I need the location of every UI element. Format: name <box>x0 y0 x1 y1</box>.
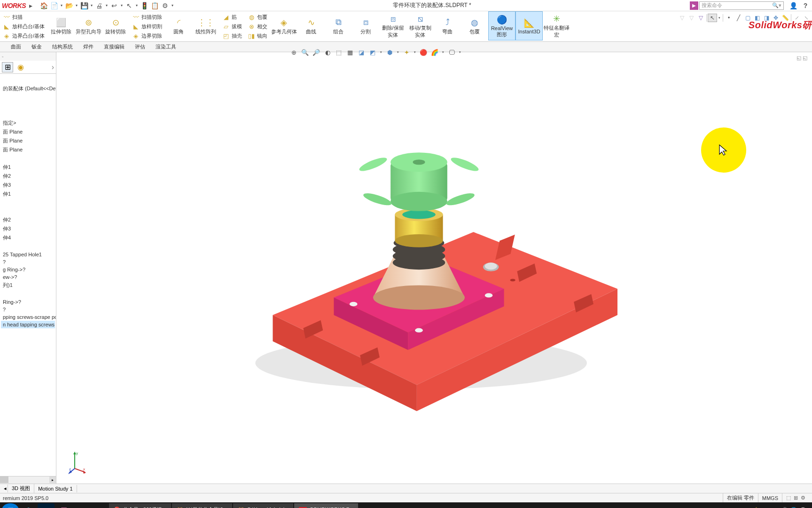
tree-hole[interactable]: 25 Tapped Hole1 <box>1 251 55 258</box>
taskbar-item[interactable]: 📁H:\微信公众号\0... <box>172 503 232 508</box>
tree-ring[interactable]: g Ring->? <box>1 266 55 273</box>
save-icon[interactable]: 💾 <box>79 1 89 10</box>
taskbar-item[interactable]: 🔴公众号 - 360极速... <box>109 503 171 508</box>
filter-icon[interactable]: ▽ <box>677 14 687 22</box>
enclose-button[interactable]: ◍包覆 <box>461 11 488 40</box>
open-icon[interactable]: 📂 <box>64 1 74 10</box>
screen-icon[interactable]: 🖵 <box>447 48 456 57</box>
tree-plane[interactable]: 面 Plane <box>1 136 55 145</box>
revolve-cut-button[interactable]: ⊙旋转切除 <box>102 11 129 40</box>
options-icon[interactable]: 📋 <box>150 1 159 10</box>
tree-screw[interactable]: n head tapping screws wi <box>1 321 55 328</box>
dropdown-icon[interactable]: ▾ <box>120 1 124 10</box>
panel-chevron-icon[interactable]: ◦ <box>2 54 4 59</box>
tree-item[interactable]: 指定> <box>1 119 55 127</box>
config-tab[interactable]: ◉ <box>15 62 26 72</box>
zoom-fit-icon[interactable]: ⊕ <box>289 48 298 57</box>
new-icon[interactable]: 📄 <box>49 1 59 10</box>
sweep-button[interactable]: 〰扫描 <box>1 12 47 22</box>
select-icon[interactable]: ↖ <box>125 1 134 10</box>
point-icon[interactable]: • <box>724 14 734 22</box>
dropdown-icon[interactable]: ▾ <box>75 1 78 10</box>
tree-root[interactable]: 的装配体 (Default<<Defau <box>1 84 55 93</box>
select-tool-icon[interactable]: ↖ <box>708 14 717 22</box>
bend-button[interactable]: ⤴弯曲 <box>434 11 461 40</box>
curves-button[interactable]: ∿曲线 <box>297 11 325 40</box>
tree-screw[interactable]: pping screws-scrape poin <box>1 313 55 321</box>
scrollbar-thumb[interactable] <box>0 476 8 483</box>
boundary-button[interactable]: ◈边界凸台/基体 <box>1 31 47 40</box>
taskbar-item-active[interactable]: SWSOLIDWORKS P... <box>294 503 358 508</box>
tree-item[interactable]: ? <box>1 258 55 266</box>
settings-icon[interactable]: ⚙ <box>160 1 170 10</box>
dropdown-icon[interactable]: ▾ <box>135 1 139 10</box>
help-icon[interactable]: ? <box>801 1 810 10</box>
instant3d-button[interactable]: 📐Instant3D <box>515 11 543 40</box>
status-icon[interactable]: ⬚ <box>786 495 791 501</box>
tree-ring[interactable]: Ring->? <box>1 298 55 306</box>
taskbar-item[interactable]: 📁C:\Users\Admini... <box>233 503 294 508</box>
tree-feature[interactable]: 伸2 <box>1 172 55 181</box>
search-trigger-icon[interactable]: ▶ <box>690 1 698 10</box>
intersect-button[interactable]: ⊗相交 <box>246 22 269 31</box>
tab-directedit[interactable]: 直接编辑 <box>99 41 130 52</box>
tab-render[interactable]: 渲染工具 <box>150 41 181 52</box>
taskbar-app-icon[interactable]: ⊙⊙ <box>91 503 108 508</box>
tree-feature[interactable]: 伸1 <box>1 163 55 172</box>
combine-button[interactable]: ⧉组合 <box>325 11 352 40</box>
shell-button[interactable]: ◰抽壳 <box>220 31 244 40</box>
decal-icon[interactable]: 🌈 <box>430 48 439 57</box>
scene-icon[interactable]: ⬢ <box>385 48 394 57</box>
refgeo-button[interactable]: ◈参考几何体 <box>270 11 297 40</box>
prev-view-icon[interactable]: 🔎 <box>312 48 321 57</box>
taskbar-ps-icon[interactable]: Ps <box>38 503 55 508</box>
expand-panel-icon[interactable]: › <box>52 63 54 71</box>
loft-button[interactable]: ◣放样凸台/基体 <box>1 22 47 31</box>
undo-icon[interactable]: ↩ <box>109 1 119 10</box>
tree-item[interactable]: ? <box>1 306 55 313</box>
print-icon[interactable]: 🖨 <box>94 1 104 10</box>
edit-appear-icon[interactable]: ◩ <box>368 48 377 57</box>
hide-show-icon[interactable]: ◪ <box>357 48 366 57</box>
movecopy-button[interactable]: ⧅移动/复制实体 <box>406 11 434 40</box>
loft-cut-button[interactable]: ◣放样切割 <box>130 22 164 31</box>
dropdown-icon[interactable]: ▾ <box>171 1 174 10</box>
tree-plane[interactable]: 面 Plane <box>1 145 55 154</box>
tab-weldment[interactable]: 焊件 <box>78 41 99 52</box>
tab-3dview[interactable]: 3D 视图 <box>8 484 34 493</box>
appearance-icon[interactable]: 🔴 <box>419 48 428 57</box>
scroll-right-icon[interactable]: ▸ <box>49 476 56 483</box>
sweep-cut-button[interactable]: 〰扫描切除 <box>130 12 164 22</box>
filter2-icon[interactable]: ▽ <box>687 14 696 22</box>
home-icon[interactable]: 🏠 <box>39 1 48 10</box>
status-icons[interactable]: ⬚ ⊞ ⚙ <box>782 493 809 502</box>
menu-arrow-icon[interactable]: ▸ <box>26 1 35 10</box>
tree-feature[interactable]: 伸1 <box>1 190 55 198</box>
dropdown-icon[interactable]: ▾ <box>441 48 445 57</box>
taskbar-browser-icon[interactable]: ◉ <box>20 503 37 508</box>
taskbar-app-icon[interactable]: ✂ <box>73 503 90 508</box>
tree-scrollbar[interactable]: ▸ <box>0 476 56 484</box>
filter3-icon[interactable]: ▽ <box>696 14 705 22</box>
dropdown-icon[interactable]: ▾ <box>60 1 63 10</box>
line-icon[interactable]: ╱ <box>734 14 743 22</box>
tab-evaluate[interactable]: 评估 <box>130 41 150 52</box>
display-style-icon[interactable]: ▦ <box>345 48 355 57</box>
tree-feature[interactable]: 伸3 <box>1 181 55 190</box>
tab-motion[interactable]: Motion Study 1 <box>34 485 77 492</box>
window-restore-icon[interactable]: ◱ ◱ <box>796 55 807 61</box>
boundary-cut-button[interactable]: ◈边界切除 <box>130 31 164 40</box>
section-icon[interactable]: ◐ <box>323 48 332 57</box>
model-tab[interactable]: ◂ <box>0 484 8 492</box>
hole-wizard-button[interactable]: ⊚异型孔向导 <box>75 11 102 40</box>
zoom-area-icon[interactable]: 🔍 <box>300 48 310 57</box>
dropdown-icon[interactable]: ▾ <box>413 48 417 57</box>
status-units[interactable]: MMGS <box>758 493 782 502</box>
feature-tree[interactable]: 的装配体 (Default<<Defau 指定> 面 Plane 面 Plane… <box>0 74 56 476</box>
view-triad[interactable]: y x z <box>68 451 87 474</box>
graphics-viewport[interactable]: ◱ ◱ <box>56 52 812 484</box>
status-icon[interactable]: ⚙ <box>801 495 805 501</box>
tab-surface[interactable]: 曲面 <box>6 41 26 52</box>
dropdown-icon[interactable]: ▾ <box>379 48 383 57</box>
extrude-cut-button[interactable]: ⬜拉伸切除 <box>47 11 75 40</box>
